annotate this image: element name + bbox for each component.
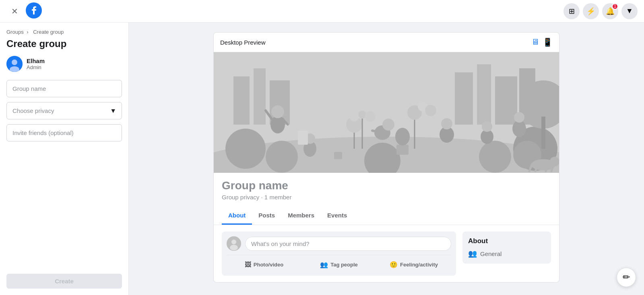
tab-about[interactable]: About (222, 207, 252, 225)
group-sidebar: About 👥 General (462, 231, 551, 276)
user-details: Elham Admin (27, 57, 45, 70)
user-name: Elham (27, 57, 45, 64)
navbar: ✕ ⊞ ⚡ 🔔 1 ▼ (0, 0, 644, 23)
svg-rect-20 (541, 117, 545, 149)
avatar (6, 56, 23, 72)
about-card-title: About (468, 237, 545, 245)
invite-friends-field[interactable] (6, 124, 122, 141)
svg-rect-10 (495, 76, 517, 125)
breadcrumb-separator: › (27, 29, 28, 35)
privacy-field[interactable]: Choose privacy Public Private ▼ (6, 102, 122, 119)
facebook-logo (26, 2, 42, 20)
messenger-button[interactable]: ⚡ (583, 3, 599, 19)
tag-people-action[interactable]: 👥 Tag people (301, 258, 376, 271)
photo-video-action[interactable]: 🖼 Photo/video (227, 258, 301, 271)
group-name-field[interactable] (6, 80, 122, 97)
svg-point-40 (512, 120, 526, 137)
cover-illustration (214, 52, 559, 173)
group-info: Group name Group privacy · 1 member (214, 173, 559, 204)
apps-button[interactable]: ⊞ (564, 3, 580, 19)
svg-point-39 (441, 118, 452, 129)
svg-point-46 (482, 121, 492, 132)
svg-point-57 (231, 240, 236, 244)
svg-rect-6 (254, 68, 266, 125)
edit-icon: ✏ (623, 272, 630, 283)
feeling-activity-action[interactable]: 🙂 Feeling/activity (376, 258, 451, 271)
tab-members[interactable]: Members (281, 207, 321, 225)
svg-point-23 (358, 111, 366, 119)
composer-actions: 🖼 Photo/video 👥 Tag people 🙂 Feeling/act… (227, 255, 451, 271)
svg-point-14 (266, 141, 298, 173)
group-body: What's on your mind? 🖼 Photo/video 👥 Tag… (214, 225, 559, 282)
invite-friends-input[interactable] (6, 124, 122, 141)
tag-people-icon: 👥 (320, 261, 328, 268)
breadcrumb-groups-link[interactable]: Groups (6, 29, 24, 35)
edit-fab-button[interactable]: ✏ (617, 268, 636, 287)
preview-title: Desktop Preview (220, 39, 266, 46)
user-info: Elham Admin (6, 56, 122, 72)
group-name-preview: Group name (222, 179, 551, 192)
svg-point-27 (425, 105, 436, 116)
category-label: General (480, 250, 502, 257)
group-tabs: About Posts Members Events (214, 207, 559, 225)
preview-header: Desktop Preview 🖥 📱 (214, 33, 559, 52)
photo-video-label: Photo/video (254, 262, 283, 268)
svg-point-2 (12, 59, 17, 65)
main-content: Groups › Create group Create group Elham… (0, 23, 644, 295)
group-main: What's on your mind? 🖼 Photo/video 👥 Tag… (222, 231, 456, 276)
mobile-icon[interactable]: 📱 (543, 37, 553, 47)
close-button[interactable]: ✕ (6, 3, 23, 19)
photo-video-icon: 🖼 (245, 261, 251, 268)
about-card: About 👥 General (462, 231, 551, 264)
post-composer: What's on your mind? 🖼 Photo/video 👥 Tag… (222, 231, 456, 276)
breadcrumb-current: Create group (33, 29, 64, 35)
group-meta: Group privacy · 1 member (222, 194, 551, 201)
account-button[interactable]: ▼ (621, 3, 638, 19)
svg-rect-55 (334, 152, 342, 159)
tag-people-label: Tag people (330, 262, 358, 268)
svg-rect-53 (396, 145, 409, 155)
user-role: Admin (27, 64, 45, 70)
svg-rect-5 (233, 76, 250, 125)
svg-point-16 (479, 141, 511, 173)
desktop-icon[interactable]: 🖥 (531, 37, 539, 47)
category-icon: 👥 (468, 249, 477, 258)
composer-top: What's on your mind? (227, 236, 451, 251)
svg-rect-8 (455, 72, 473, 125)
grid-icon: ⊞ (569, 7, 575, 16)
svg-rect-44 (298, 131, 308, 145)
svg-point-32 (271, 105, 284, 118)
messenger-icon: ⚡ (586, 7, 595, 16)
close-icon: ✕ (11, 6, 18, 16)
svg-rect-9 (477, 64, 491, 125)
page-title: Create group (6, 38, 122, 49)
svg-point-22 (349, 112, 359, 121)
feeling-label: Feeling/activity (400, 262, 438, 268)
about-card-category: 👥 General (468, 249, 545, 258)
privacy-select[interactable]: Choose privacy Public Private (6, 102, 122, 119)
feeling-icon: 🙂 (390, 261, 398, 268)
navbar-left: ✕ (6, 2, 42, 20)
composer-avatar (227, 236, 241, 251)
composer-input[interactable]: What's on your mind? (245, 237, 451, 251)
group-name-input[interactable] (6, 80, 122, 97)
notifications-button[interactable]: 🔔 1 (602, 3, 618, 19)
svg-point-41 (514, 112, 524, 123)
tab-posts[interactable]: Posts (252, 207, 281, 225)
sidebar: Groups › Create group Create group Elham… (0, 23, 129, 295)
device-toggle: 🖥 📱 (531, 37, 553, 47)
svg-point-58 (230, 245, 238, 250)
notification-badge: 1 (612, 3, 618, 10)
content-area: Desktop Preview 🖥 📱 (129, 23, 644, 295)
svg-point-13 (225, 129, 266, 169)
svg-point-24 (365, 111, 376, 122)
svg-point-36 (382, 119, 394, 131)
create-button[interactable]: Create (6, 274, 122, 289)
navbar-right: ⊞ ⚡ 🔔 1 ▼ (564, 3, 638, 19)
svg-point-54 (395, 128, 410, 145)
preview-panel: Desktop Preview 🖥 📱 (213, 32, 559, 283)
tab-events[interactable]: Events (321, 207, 353, 225)
caret-down-icon: ▼ (626, 7, 633, 15)
breadcrumb: Groups › Create group (6, 29, 122, 35)
